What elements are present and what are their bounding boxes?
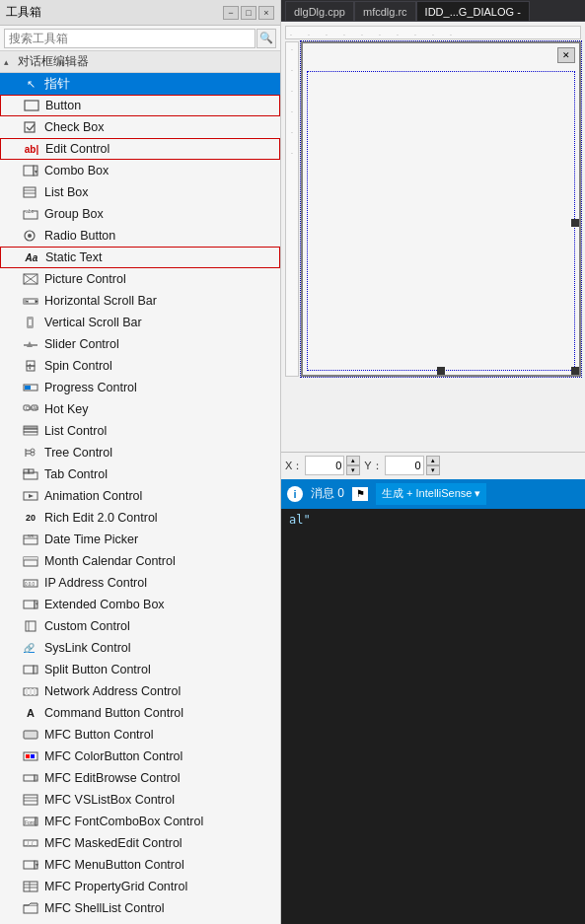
toolbox-item-commandbutton[interactable]: A Command Button Control bbox=[0, 702, 280, 724]
toolbox-item-animationcontrol[interactable]: Animation Control bbox=[0, 485, 280, 507]
toolbox-item-syslinkcontrol[interactable]: 🔗 SysLink Control bbox=[0, 637, 280, 659]
flag-symbol: ⚑ bbox=[356, 488, 365, 499]
toolbox-title: 工具箱 bbox=[6, 4, 41, 21]
coord-y-input[interactable] bbox=[385, 456, 424, 475]
toolbox-item-extcombobox[interactable]: ▾ Extended Combo Box bbox=[0, 594, 280, 615]
listcontrol-icon bbox=[22, 423, 39, 439]
coord-x-input[interactable] bbox=[305, 456, 344, 475]
toolbox-item-groupbox[interactable]: abc Group Box bbox=[0, 203, 280, 225]
toolbox-item-mfceditbrowse[interactable]: … MFC EditBrowse Control bbox=[0, 767, 280, 789]
toolbox-item-ipaddress[interactable]: 0.0.0 IP Address Control bbox=[0, 572, 280, 594]
generate-button[interactable]: 生成 + IntelliSense ▾ bbox=[376, 483, 486, 505]
svg-line-3 bbox=[30, 124, 35, 130]
toolbox-item-statictext[interactable]: Aa Static Text bbox=[0, 247, 280, 268]
ruler-tick: . bbox=[432, 30, 450, 36]
mfcmaskededit-icon: _/_/_ bbox=[22, 835, 39, 851]
ruler-left-tick: · bbox=[291, 129, 293, 136]
output-bar: i 消息 0 ⚑ 生成 + IntelliSense ▾ bbox=[281, 479, 585, 509]
resize-handle-br[interactable] bbox=[571, 367, 579, 375]
svg-text:◂: ◂ bbox=[26, 298, 29, 304]
mfcvslistbox-icon bbox=[22, 792, 39, 808]
coord-x-down[interactable]: ▾ bbox=[346, 465, 360, 475]
item-label-hotkey: Hot Key bbox=[44, 402, 88, 416]
button-icon bbox=[23, 98, 40, 113]
toolbox-item-progresscontrol[interactable]: Progress Control bbox=[0, 377, 280, 398]
toolbox-item-spincontrol[interactable]: ▴▾ Spin Control bbox=[0, 355, 280, 377]
toolbox-item-datetimepicker[interactable]: WK Date Time Picker bbox=[0, 529, 280, 550]
tab-dlgdlg-label: dlgDlg.cpp bbox=[294, 6, 345, 18]
toolbox-item-slidercontrol[interactable]: Slider Control bbox=[0, 333, 280, 355]
networkaddress-icon bbox=[22, 683, 39, 699]
toolbox-close-button[interactable]: × bbox=[258, 6, 274, 20]
resize-handle-bm[interactable] bbox=[437, 367, 445, 375]
toolbox-item-treecontrol[interactable]: Tree Control bbox=[0, 442, 280, 463]
toolbox-item-radiobutton[interactable]: Radio Button bbox=[0, 225, 280, 247]
toolbox-item-pointer[interactable]: ↖ 指针 bbox=[0, 73, 280, 95]
toolbox-item-networkaddress[interactable]: Network Address Control bbox=[0, 680, 280, 702]
toolbox-item-checkbox[interactable]: Check Box bbox=[0, 116, 280, 138]
toolbox-item-mfcmenubutton[interactable]: ▾ MFC MenuButton Control bbox=[0, 854, 280, 876]
item-label-monthcalendar: Month Calendar Control bbox=[44, 554, 176, 568]
toolbox-item-monthcalendar[interactable]: Month Calendar Control bbox=[0, 550, 280, 572]
toolbox-item-listcontrol[interactable]: List Control bbox=[0, 420, 280, 442]
ruler-tick: . bbox=[397, 30, 414, 36]
toolbox-item-listbox[interactable]: List Box bbox=[0, 181, 280, 203]
search-button[interactable]: 🔍 bbox=[256, 29, 276, 48]
toolbox-item-picturecontrol[interactable]: Picture Control bbox=[0, 268, 280, 290]
resize-handle-mr[interactable] bbox=[571, 219, 579, 227]
toolbox-titlebar: 工具箱 − □ × bbox=[0, 0, 280, 26]
svg-rect-75 bbox=[24, 775, 35, 781]
coord-x-up[interactable]: ▴ bbox=[346, 456, 360, 465]
toolbox-item-hscrollbar[interactable]: ◂▸ Horizontal Scroll Bar bbox=[0, 290, 280, 312]
svg-rect-78 bbox=[24, 795, 37, 805]
toolbox-item-mfcpropertygrid[interactable]: MFC PropertyGrid Control bbox=[0, 876, 280, 897]
coord-y-label: Y： bbox=[364, 459, 382, 473]
toolbox-item-vscrollbar[interactable]: Vertical Scroll Bar bbox=[0, 312, 280, 333]
toolbox-item-mfcmaskededit[interactable]: _/_/_ MFC MaskedEdit Control bbox=[0, 832, 280, 854]
item-label-extcombobox: Extended Combo Box bbox=[44, 598, 165, 611]
tab-dlgdlg[interactable]: dlgDlg.cpp bbox=[285, 1, 354, 21]
item-label-groupbox: Group Box bbox=[44, 207, 104, 221]
item-label-listcontrol: List Control bbox=[44, 424, 107, 438]
dialog-body-area[interactable] bbox=[307, 71, 575, 371]
tab-dialogedit[interactable]: IDD_...G_DIALOG - bbox=[416, 1, 530, 21]
toolbox-item-tabcontrol[interactable]: Tab Control bbox=[0, 463, 280, 485]
toolbox-pin-button[interactable]: − bbox=[223, 6, 239, 20]
ruler-tick: . bbox=[308, 30, 326, 36]
radiobutton-icon bbox=[22, 228, 39, 244]
tab-mfcdlgrc[interactable]: mfcdlg.rc bbox=[354, 1, 416, 21]
coord-y-down[interactable]: ▾ bbox=[426, 465, 440, 475]
toolbox-item-mfcshelllist[interactable]: MFC ShellList Control bbox=[0, 897, 280, 919]
category-header-dialog[interactable]: ▴ 对话框编辑器 bbox=[0, 51, 280, 73]
toolbox-item-button[interactable]: Button bbox=[0, 95, 280, 116]
toolbox-item-customcontrol[interactable]: Custom Control bbox=[0, 615, 280, 637]
toolbox-item-mfcvslistbox[interactable]: MFC VSListBox Control bbox=[0, 789, 280, 811]
toolbox-item-richedit[interactable]: 20 Rich Edit 2.0 Control bbox=[0, 507, 280, 529]
ruler-tick: . bbox=[343, 30, 361, 36]
picturecontrol-icon bbox=[22, 271, 39, 287]
dialog-canvas[interactable]: ✕ bbox=[301, 41, 581, 377]
listbox-icon bbox=[22, 184, 39, 200]
toolbox-item-combobox[interactable]: ▾ Combo Box bbox=[0, 160, 280, 181]
svg-rect-59 bbox=[24, 601, 35, 608]
svg-text:▾: ▾ bbox=[36, 862, 38, 868]
category-arrow-icon: ▴ bbox=[4, 57, 16, 67]
svg-rect-69 bbox=[30, 688, 32, 695]
svg-text:▸: ▸ bbox=[36, 298, 38, 304]
toolbox-item-mfcbutton[interactable]: MFC Button Control bbox=[0, 724, 280, 746]
toolbox-float-button[interactable]: □ bbox=[241, 6, 256, 20]
item-label-checkbox: Check Box bbox=[44, 120, 104, 134]
toolbox-item-hotkey[interactable]: CtlAlt Hot Key bbox=[0, 398, 280, 420]
svg-rect-82 bbox=[36, 817, 37, 825]
item-label-tabcontrol: Tab Control bbox=[44, 467, 108, 481]
toolbox-item-splitbutton[interactable]: Split Button Control bbox=[0, 659, 280, 680]
ruler-left-tick: · bbox=[291, 150, 293, 157]
dialog-close-button[interactable]: ✕ bbox=[557, 47, 575, 63]
mfceditbrowse-icon: … bbox=[22, 770, 39, 786]
toolbox-item-mfcfontcombo[interactable]: Font MFC FontComboBox Control bbox=[0, 811, 280, 832]
search-input[interactable] bbox=[4, 29, 256, 48]
toolbox-item-editcontrol[interactable]: ab| Edit Control bbox=[0, 138, 280, 160]
toolbox-item-mfccolorbutton[interactable]: MFC ColorButton Control bbox=[0, 746, 280, 767]
item-label-mfcfontcombo: MFC FontComboBox Control bbox=[44, 815, 203, 828]
coord-y-up[interactable]: ▴ bbox=[426, 456, 440, 465]
